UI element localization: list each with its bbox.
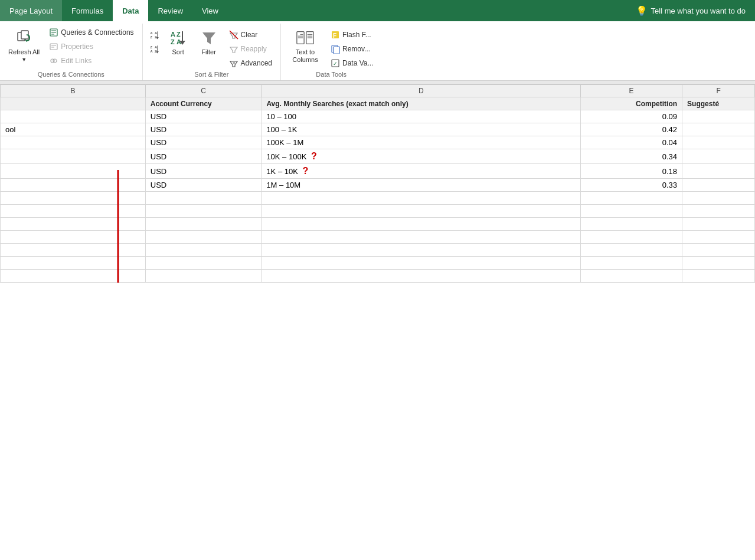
table-row [1,244,755,257]
header-f[interactable]: Suggesté [682,97,755,110]
data-tools-content: Text to Columns F Flash F... [286,26,377,70]
reapply-button[interactable]: Reapply [225,42,276,55]
refresh-all-label: Refresh All [8,48,40,55]
cell-e-1[interactable]: 0.42 [581,123,682,136]
tab-formulas[interactable]: Formulas [62,0,113,21]
cell-e-6[interactable] [581,192,682,205]
flash-fill-button[interactable]: F Flash F... [327,28,377,41]
cell-c-5[interactable]: USD [145,179,262,192]
cell-d-2[interactable]: 100K – 1M [262,136,581,149]
edit-links-label: Edit Links [61,57,91,65]
cell-f-4[interactable] [682,164,755,179]
cell-f-0[interactable] [682,110,755,123]
advanced-icon: ≡ [229,58,238,68]
data-val-label: Data Va... [342,59,373,67]
cell-b-4[interactable] [1,164,146,179]
cell-e-2[interactable]: 0.04 [581,136,682,149]
svg-text:A: A [150,50,152,53]
queries-connections-button[interactable]: Queries & Connections [45,26,137,39]
tell-me-bar[interactable]: 💡 Tell me what you want to do [626,0,755,21]
header-c[interactable]: Account Currency [145,97,262,110]
text-to-columns-button[interactable]: Text to Columns [286,26,325,66]
cell-d-5[interactable]: 1M – 10M [262,179,581,192]
col-e-header[interactable]: E [581,85,682,97]
table-row [1,270,755,283]
tab-review[interactable]: Review [148,0,192,21]
tab-page-layout[interactable]: Page Layout [0,0,62,21]
clear-button[interactable]: Clear [225,28,276,41]
edit-links-button[interactable]: Edit Links [45,54,137,67]
edit-links-icon [49,56,58,66]
cell-d-1[interactable]: 100 – 1K [262,123,581,136]
header-e[interactable]: Competition [581,97,682,110]
text-to-columns-label: Text to Columns [289,48,321,64]
sort-filter-group-label: Sort & Filter [148,70,276,80]
col-b-header[interactable]: B [1,85,146,97]
cell-d-0[interactable]: 10 – 100 [262,110,581,123]
cell-b-2[interactable] [1,136,146,149]
cell-e-5[interactable]: 0.33 [581,179,682,192]
cell-f-2[interactable] [682,136,755,149]
cell-b-5[interactable] [1,179,146,192]
cell-f-1[interactable] [682,123,755,136]
advanced-button[interactable]: ≡ Advanced [225,57,276,70]
spreadsheet: B C D E F Account Currency Avg. Monthly … [0,84,755,283]
cell-d-6[interactable] [262,192,581,205]
svg-text:A: A [171,31,175,38]
cell-c-2[interactable]: USD [145,136,262,149]
tab-data[interactable]: Data [113,0,148,21]
remove-duplicates-button[interactable]: Remov... [327,42,377,55]
header-d[interactable]: Avg. Monthly Searches (exact match only) [262,97,581,110]
cell-f-5[interactable] [682,179,755,192]
sort-za-button[interactable]: Z A A Z [148,42,162,55]
cell-c-0[interactable]: USD [145,110,262,123]
cell-b-1[interactable]: ool [1,123,146,136]
cell-e-0[interactable]: 0.09 [581,110,682,123]
spreadsheet-wrapper: B C D E F Account Currency Avg. Monthly … [0,84,755,283]
filter-icon [200,28,218,47]
cell-b-0[interactable] [1,110,146,123]
cell-c-6[interactable] [145,192,262,205]
cell-c-3[interactable]: USD [145,149,262,164]
tab-bar: Page Layout Formulas Data Review View 💡 … [0,0,755,21]
cell-c-4[interactable]: USD [145,164,262,179]
data-validation-button[interactable]: ✓ Data Va... [327,57,377,70]
clear-icon [229,30,238,40]
filter-button[interactable]: Filter [195,26,223,58]
svg-text:Z: Z [177,31,181,38]
sort-az-button[interactable]: A Z A Z [148,28,162,41]
sort-button[interactable]: A Z Z A Sort [164,26,192,58]
cell-c-1[interactable]: USD [145,123,262,136]
col-d-header[interactable]: D [262,85,581,97]
sort-az-group: A Z A Z Z A A [148,28,162,55]
refresh-all-dropdown: ▼ [21,57,27,63]
queries-connections-label: Queries & Connections [61,28,133,37]
tab-view[interactable]: View [192,0,228,21]
cell-f-6[interactable] [682,192,755,205]
col-f-header[interactable]: F [682,85,755,97]
svg-marker-32 [230,47,237,53]
annotation-question-4: ? [302,166,308,176]
cell-d-4[interactable]: 1K – 10K ? [262,164,581,179]
flash-fill-icon: F [331,30,340,40]
table-row: USD 10 – 100 0.09 [1,110,755,123]
cell-d-3[interactable]: 10K – 100K ? [262,149,581,164]
cell-e-3[interactable]: 0.34 [581,149,682,164]
queries-icon [49,28,58,37]
connections-group-label: Queries & Connections [5,70,138,80]
refresh-all-button[interactable]: Refresh All ▼ [5,26,43,65]
properties-button[interactable]: Properties [45,40,137,53]
filter-label: Filter [201,48,215,55]
ribbon: Refresh All ▼ Queries & Connections [0,21,755,81]
cell-f-3[interactable] [682,149,755,164]
svg-line-31 [230,31,238,39]
table-row: USD 1K – 10K ? 0.18 [1,164,755,179]
svg-text:Z: Z [150,35,152,39]
filter-small-group: Clear Reapply ≡ [225,28,276,70]
col-c-header[interactable]: C [145,85,262,97]
svg-rect-6 [50,44,57,50]
header-b[interactable] [1,97,146,110]
cell-b-3[interactable] [1,149,146,164]
cell-e-4[interactable]: 0.18 [581,164,682,179]
cell-b-6[interactable] [1,192,146,205]
